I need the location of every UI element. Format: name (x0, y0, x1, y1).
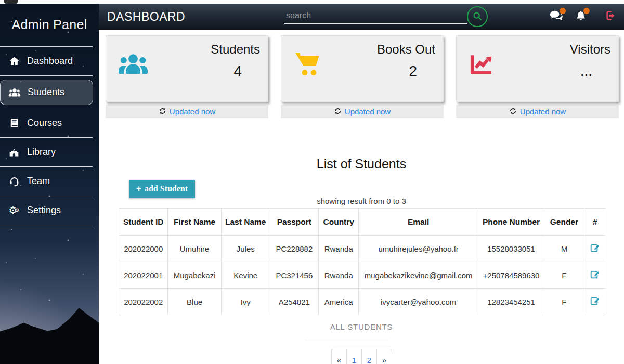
edit-icon (590, 246, 600, 254)
col-gender: Gender (544, 209, 584, 236)
cell-email: mugabekazikevine@gmail.com (359, 262, 478, 289)
search-field-wrap (284, 9, 467, 24)
sidebar-menu: Dashboard Students Courses (0, 47, 99, 225)
edit-student-button[interactable] (589, 295, 601, 308)
add-student-label: add Student (145, 184, 188, 193)
cell-last-name: Ivy (221, 289, 270, 315)
col-student-id: Student ID (119, 209, 168, 236)
table-row: 202022000 Umuhire Jules PC228882 Rwanda … (119, 236, 606, 262)
topbar-icons (549, 4, 617, 30)
edit-icon (590, 300, 600, 307)
sidebar-item-label: Settings (27, 205, 61, 216)
pagination: « 1 2 » (331, 349, 392, 364)
students-table: Student ID First Name Last Name Passport… (119, 208, 606, 315)
cell-actions (584, 262, 606, 289)
sidebar-item-label: Team (27, 176, 50, 187)
bell-icon (575, 14, 587, 23)
school-icon (8, 147, 20, 158)
cell-gender: F (544, 289, 584, 315)
col-email: Email (359, 209, 478, 236)
card-footer: Updated now (281, 105, 444, 118)
cell-country: America (318, 289, 359, 315)
messages-button[interactable] (549, 10, 563, 23)
updated-now-link[interactable]: Updated now (520, 107, 566, 116)
col-country: Country (318, 209, 359, 236)
cogs-icon: ⚙⚙ (8, 205, 20, 215)
divider (0, 225, 93, 225)
chart-line-icon (468, 51, 496, 80)
edit-student-button[interactable] (589, 242, 601, 255)
browser-chrome-strip (0, 0, 624, 4)
refresh-icon (159, 107, 166, 116)
sidebar-item-label: Library (27, 147, 56, 158)
sidebar-item-students[interactable]: Students (0, 80, 93, 105)
card-footer: Updated now (106, 105, 268, 118)
sidebar-item-settings[interactable]: ⚙⚙ Settings (0, 196, 99, 225)
updated-now-link[interactable]: Updated now (170, 107, 215, 116)
col-phone-number: Phone Number (478, 209, 544, 236)
cell-student-id: 202022001 (119, 262, 168, 289)
cell-country: Rwanda (318, 236, 359, 262)
search-button[interactable] (467, 6, 488, 27)
table-row: 202022001 Mugabekazi Kevine PC321456 Rwa… (119, 262, 606, 289)
card-students: Students 4 Updated now (106, 35, 268, 118)
summary-cards: Students 4 Updated now Books Out 2 (106, 35, 619, 118)
cell-last-name: Jules (221, 236, 270, 262)
sidebar-item-courses[interactable]: Courses (0, 109, 99, 137)
shopping-cart-icon (293, 50, 322, 80)
cell-phone: +250784589630 (478, 262, 544, 289)
notification-badge (560, 8, 566, 14)
col-first-name: First Name (168, 209, 221, 236)
sidebar-item-library[interactable]: Library (0, 138, 99, 166)
logout-button[interactable] (604, 10, 617, 23)
cell-last-name: Kevine (221, 262, 270, 289)
pagination-prev[interactable]: « (331, 349, 347, 364)
cell-country: Rwanda (318, 262, 359, 289)
search-input[interactable] (284, 9, 467, 24)
notifications-button[interactable] (575, 10, 587, 23)
cell-student-id: 202022000 (119, 236, 168, 262)
cell-actions (584, 289, 606, 315)
table-footer-label: ALL STUDENTS (99, 322, 624, 331)
pagination-page-1[interactable]: 1 (346, 349, 362, 364)
browser-chrome-pill (4, 0, 18, 4)
add-student-button[interactable]: + add Student (129, 180, 195, 198)
sidebar-item-dashboard[interactable]: Dashboard (0, 47, 99, 75)
sidebar-item-label: Courses (27, 118, 62, 128)
divider (0, 75, 93, 76)
page-title: DASHBOARD (107, 10, 185, 24)
edit-student-button[interactable] (589, 268, 601, 282)
home-icon (8, 56, 20, 67)
card-books-out: Books Out 2 Updated now (281, 35, 444, 118)
sidebar-background-mountains (0, 302, 99, 364)
refresh-icon (334, 107, 342, 116)
users-icon (8, 88, 21, 97)
table-row: 202022002 Blue Ivy A254021 America ivyca… (119, 289, 606, 315)
table-header-row: Student ID First Name Last Name Passport… (119, 209, 606, 236)
app-title: Admin Panel (0, 17, 99, 32)
card-body: Visitors ... (456, 35, 619, 102)
cell-passport: PC228882 (270, 236, 318, 262)
updated-now-link[interactable]: Updated now (345, 107, 391, 116)
pagination-next[interactable]: » (376, 349, 392, 364)
topbar: DASHBOARD (99, 4, 624, 30)
cell-passport: A254021 (270, 289, 318, 315)
col-last-name: Last Name (221, 209, 270, 236)
col-actions: # (584, 209, 606, 236)
cell-email: ivycarter@yahoo.com (359, 289, 478, 315)
section-heading: List of Students (99, 157, 624, 172)
cell-phone: 12823454251 (478, 289, 544, 315)
card-body: Books Out 2 (281, 35, 444, 102)
notification-badge (583, 8, 590, 14)
sidebar-item-label: Students (28, 87, 64, 98)
users-icon (118, 53, 149, 78)
divider (304, 341, 388, 341)
sidebar-item-team[interactable]: Team (0, 167, 99, 196)
cell-actions (584, 236, 606, 262)
pagination-page-2[interactable]: 2 (361, 349, 377, 364)
plus-icon: + (136, 184, 141, 194)
cell-first-name: Umuhire (168, 236, 221, 262)
cell-phone: 15528033051 (478, 236, 544, 262)
cell-gender: M (544, 236, 584, 262)
card-visitors: Visitors ... Updated now (456, 35, 619, 118)
